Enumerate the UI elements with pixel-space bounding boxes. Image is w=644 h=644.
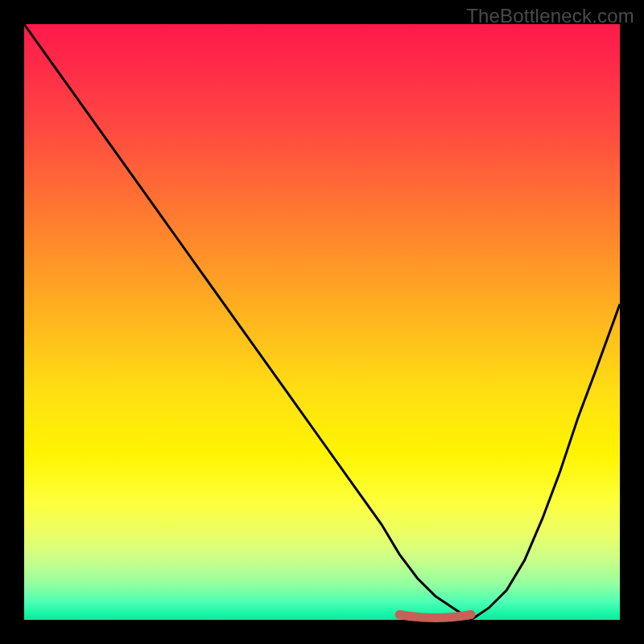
chart-svg [24, 24, 620, 620]
curve-right-branch [471, 304, 620, 620]
ridge-segment [399, 615, 471, 618]
plot-area [24, 24, 620, 620]
watermark-text: TheBottleneck.com [466, 5, 634, 27]
curve-left-branch [24, 24, 471, 620]
